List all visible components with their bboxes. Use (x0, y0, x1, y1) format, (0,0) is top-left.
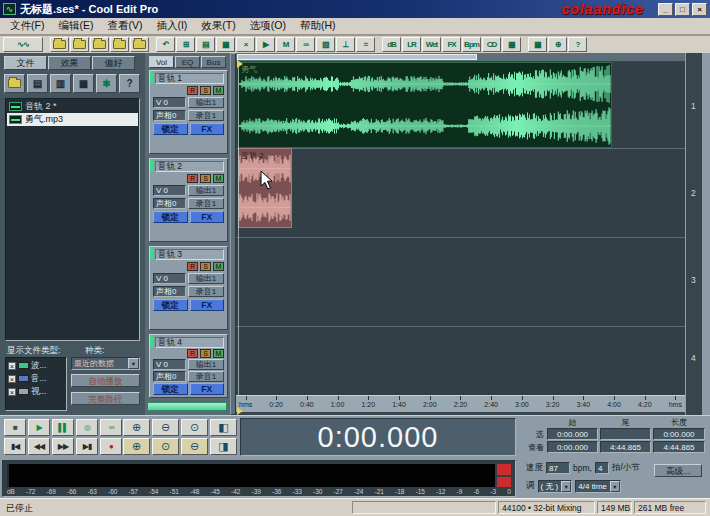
undo-button[interactable]: ↶ (156, 37, 175, 52)
stop-button[interactable]: ■ (4, 419, 26, 436)
track-tab-eq[interactable]: EQ (175, 56, 200, 68)
track-title[interactable]: 音轨 2 (155, 161, 224, 172)
selview-field[interactable]: 4:44.865 (600, 441, 651, 453)
pan-envelope-button[interactable]: LR (402, 37, 421, 52)
loop-play-button[interactable]: ∞ (100, 419, 122, 436)
selview-field[interactable]: 0:00.000 (547, 428, 598, 440)
record-device-button[interactable]: 录音1 (188, 286, 224, 297)
record-arm-button[interactable]: R (187, 349, 198, 358)
autoplay-button[interactable]: 自动播放 (71, 374, 140, 387)
zoom-full-button[interactable]: ⊙ (181, 419, 208, 436)
panel-options-button[interactable]: ✱ (96, 74, 117, 93)
close-file-button[interactable]: ▤ (27, 74, 48, 93)
mute-button[interactable]: M (213, 86, 224, 95)
lock-button[interactable]: 锁定 (153, 299, 188, 311)
tab-files[interactable]: 文件 (4, 56, 47, 70)
fullpath-button[interactable]: 完整路径 (71, 392, 140, 405)
menu-file[interactable]: 文件(F) (4, 18, 50, 34)
lock-button[interactable]: 锁定 (153, 123, 188, 135)
output-select-button[interactable]: 输出1 (188, 97, 224, 108)
tab-favorites[interactable]: 偏好 (92, 56, 135, 70)
mute-button[interactable]: M (213, 262, 224, 271)
record-device-button[interactable]: 录音1 (188, 198, 224, 209)
menu-effects[interactable]: 效果(T) (195, 18, 241, 34)
dropdown-arrow-icon[interactable]: ▼ (561, 481, 571, 492)
menu-insert[interactable]: 插入(I) (150, 18, 193, 34)
record-device-button[interactable]: 录音1 (188, 110, 224, 121)
fx-button[interactable]: FX (190, 383, 225, 395)
zoom-to-right-edge-button[interactable]: ◨ (210, 438, 237, 455)
lock-in-time-button[interactable]: ⊥ (336, 37, 355, 52)
track-title[interactable]: 音轨 3 (155, 249, 224, 260)
record-button[interactable]: ● (100, 438, 122, 455)
horizontal-scrollbar[interactable] (236, 53, 685, 61)
zoom-out-button[interactable]: ⊖ (152, 419, 179, 436)
mute-button[interactable]: M (213, 349, 224, 358)
selview-field[interactable]: 0:00.000 (547, 441, 598, 453)
file-list-item[interactable]: 音轨 2 * (7, 100, 138, 113)
group-blocks-button[interactable]: ⊞ (176, 37, 195, 52)
show-envelopes-button[interactable]: ≈ (356, 37, 375, 52)
zoom-to-left-edge-button[interactable]: ◧ (210, 419, 237, 436)
insert-into-multitrack-button[interactable]: ▥ (50, 74, 71, 93)
record-device-button[interactable]: 录音1 (188, 371, 224, 382)
scrollbar-thumb[interactable] (237, 54, 477, 60)
tempo-envelope-button[interactable]: Bpm (462, 37, 481, 52)
loop-start-marker[interactable] (237, 407, 243, 415)
save-session-button[interactable] (90, 37, 109, 52)
tempo-value-field[interactable]: 87 (546, 462, 570, 474)
solo-button[interactable]: S (200, 349, 211, 358)
beats-value-field[interactable]: 4 (595, 462, 609, 474)
solo-button[interactable]: S (200, 86, 211, 95)
panel-help-button[interactable]: ? (119, 74, 140, 93)
pan-field[interactable]: 声相0 (153, 198, 186, 209)
track-rows[interactable]: 勇气 音轨 2 (236, 62, 685, 395)
restore-button[interactable]: □ (675, 3, 690, 16)
play-from-cursor-button[interactable]: ◎ (76, 419, 98, 436)
split-block-button[interactable]: × (236, 37, 255, 52)
clip-indicator[interactable] (497, 464, 511, 487)
edit-waveform-view-toggle-button[interactable]: ∿∿ (3, 37, 43, 52)
menu-edit[interactable]: 编辑(E) (52, 18, 99, 34)
go-to-start-button[interactable]: ▮◀ (4, 438, 26, 455)
timeline-ruler[interactable]: hms0:200:401:001:201:402:002:202:403:003… (236, 395, 685, 412)
selview-field[interactable]: 0:00.000 (653, 428, 705, 440)
track-tab-bus[interactable]: Bus (201, 56, 226, 68)
key-dropdown[interactable]: ( 无 )▼ (538, 480, 573, 493)
track-title[interactable]: 音轨 4 (155, 337, 224, 348)
sort-dropdown[interactable]: 最近的数据 ▼ (71, 357, 140, 370)
save-mixdown-button[interactable] (130, 37, 149, 52)
zoom-in-button[interactable]: ⊕ (123, 419, 150, 436)
crossfade-button[interactable]: ▧ (316, 37, 335, 52)
output-select-button[interactable]: 输出1 (188, 359, 224, 370)
save-session-as-button[interactable] (110, 37, 129, 52)
level-meter[interactable]: dB-72-69-66-63-60-57-54-51-48-45-42-39-3… (2, 460, 516, 497)
snapping-button[interactable]: ▦ (216, 37, 235, 52)
mute-button[interactable]: M (213, 174, 224, 183)
record-arm-button[interactable]: R (187, 262, 198, 271)
file-type-checkbox-icon[interactable]: × (8, 388, 16, 396)
view-start-marker[interactable] (237, 60, 243, 68)
track-number-strip[interactable]: 1234 (685, 53, 702, 415)
online-resources-button[interactable]: ⊕ (548, 37, 567, 52)
menu-help[interactable]: 帮助(H) (294, 18, 342, 34)
punch-in-button[interactable]: M (276, 37, 295, 52)
mixer-button[interactable]: ▦ (502, 37, 521, 52)
track-title[interactable]: 音轨 1 (155, 73, 224, 84)
pan-field[interactable]: 声相0 (153, 110, 186, 121)
menu-options[interactable]: 选项(O) (244, 18, 292, 34)
volume-field[interactable]: V 0 (153, 273, 186, 284)
open-folder-button[interactable] (4, 74, 25, 93)
volume-envelope-button[interactable]: dB (382, 37, 401, 52)
output-select-button[interactable]: 输出1 (188, 185, 224, 196)
advanced-button[interactable]: 高级... (654, 464, 702, 477)
minimize-button[interactable]: _ (658, 3, 673, 16)
tab-effects[interactable]: 效果 (48, 56, 91, 70)
lock-button[interactable]: 锁定 (153, 211, 188, 223)
volume-field[interactable]: V 0 (153, 97, 186, 108)
solo-button[interactable]: S (200, 262, 211, 271)
file-list[interactable]: 音轨 2 *勇气.mp3 (5, 98, 140, 341)
pan-field[interactable]: 声相0 (153, 286, 186, 297)
fx-button[interactable]: FX (190, 299, 225, 311)
zoom-sel-left-button[interactable]: ⊙ (152, 438, 179, 455)
